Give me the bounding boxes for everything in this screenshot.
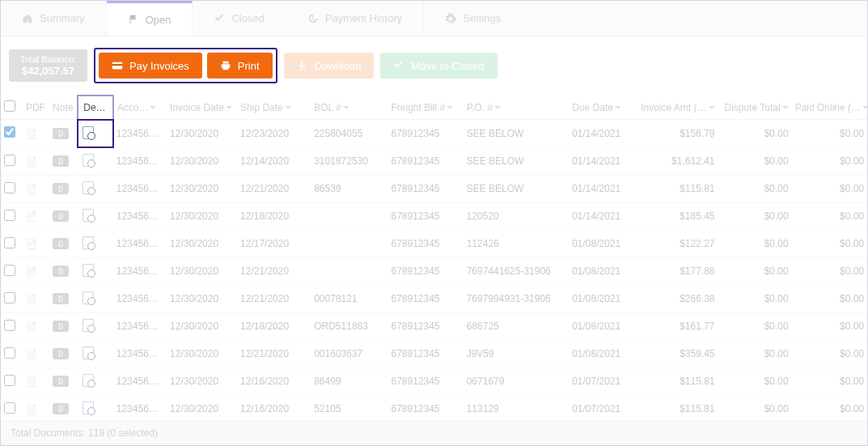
button-label: Move to Closed [411, 60, 484, 72]
row-checkbox[interactable] [4, 320, 15, 331]
cell-bol: 001603637 [311, 340, 387, 367]
cell-paid-online: $0.00 [792, 147, 867, 175]
col-invoice-date[interactable]: Invoice Date [167, 96, 237, 120]
table-row[interactable]: 📄012345678912/30/202012/14/2020310187253… [1, 147, 867, 175]
pdf-icon[interactable]: 📄 [26, 211, 37, 221]
pdf-icon[interactable]: 📄 [26, 321, 37, 331]
row-checkbox[interactable] [4, 347, 15, 359]
tab-summary[interactable]: Summary [1, 1, 107, 36]
col-details[interactable]: Details [78, 96, 113, 120]
col-paid-online[interactable]: Paid Online (… [792, 96, 867, 120]
row-checkbox[interactable] [4, 292, 15, 304]
pdf-icon[interactable]: 📄 [26, 266, 37, 276]
cell-invoice-amt: $156.79 [637, 120, 718, 148]
row-checkbox[interactable] [4, 375, 15, 386]
tab-label: Closed [231, 12, 264, 24]
tab-open[interactable]: Open [107, 1, 193, 36]
row-checkbox[interactable] [4, 402, 15, 414]
pdf-icon[interactable]: 📄 [26, 184, 37, 193]
row-checkbox[interactable] [4, 265, 15, 276]
col-ship-date[interactable]: Ship Date [237, 96, 311, 120]
table-row[interactable]: 📄012345678912/30/202012/18/2020678912345… [1, 202, 867, 230]
cell-freight-bill: 678912345 [387, 312, 463, 340]
note-badge[interactable]: 0 [53, 210, 69, 222]
cell-po: 113129 [464, 395, 569, 423]
col-due-date[interactable]: Due Date [569, 96, 637, 120]
gear-icon [445, 13, 456, 24]
row-checkbox[interactable] [4, 182, 15, 193]
row-checkbox[interactable] [4, 155, 15, 166]
details-cell[interactable] [78, 147, 113, 175]
details-icon [81, 263, 95, 278]
pdf-icon[interactable]: 📄 [26, 404, 37, 414]
details-cell[interactable] [78, 367, 113, 395]
cell-invoice-amt: $359.45 [637, 340, 718, 367]
cell-ship-date: 12/21/2020 [237, 175, 311, 202]
table-row[interactable]: 📄012345678912/30/202012/21/2020001603637… [1, 340, 867, 367]
table-row[interactable]: 📄012345678912/30/202012/18/2020ORD511863… [1, 312, 867, 340]
note-badge[interactable]: 0 [53, 238, 69, 249]
tab-payment-history[interactable]: Payment History [286, 1, 424, 36]
table-row[interactable]: 📄012345678912/30/202012/17/2020678912345… [1, 230, 867, 257]
details-cell[interactable] [78, 285, 113, 312]
col-bol[interactable]: BOL # [311, 96, 387, 120]
tab-settings[interactable]: Settings [424, 1, 523, 36]
note-badge[interactable]: 0 [53, 348, 69, 359]
details-cell[interactable] [78, 230, 113, 257]
details-cell[interactable] [78, 120, 113, 148]
details-cell[interactable] [78, 175, 113, 202]
table-row[interactable]: 📄012345678912/30/202012/23/2020225804055… [1, 120, 867, 148]
pdf-icon[interactable]: 📄 [26, 156, 37, 166]
cell-dispute-total: $0.00 [718, 395, 792, 423]
pdf-icon[interactable]: 📄 [26, 349, 37, 359]
col-select-all[interactable] [1, 96, 23, 120]
cell-ship-date: 12/21/2020 [237, 340, 311, 367]
table-row[interactable]: 📄012345678912/30/202012/21/2020678912345… [1, 257, 867, 285]
tab-closed[interactable]: Closed [193, 1, 286, 36]
table-row[interactable]: 📄012345678912/30/202012/16/2020521056789… [1, 395, 867, 423]
col-dispute-total[interactable]: Dispute Total [718, 96, 792, 120]
row-checkbox[interactable] [4, 126, 15, 138]
cell-invoice-date: 12/30/2020 [167, 312, 237, 340]
note-badge[interactable]: 0 [53, 376, 69, 387]
details-cell[interactable] [78, 202, 113, 230]
col-note[interactable]: Note [49, 96, 78, 120]
details-cell[interactable] [78, 312, 113, 340]
cell-account: 123456789 [113, 395, 167, 423]
note-badge[interactable]: 0 [53, 128, 69, 139]
table-row[interactable]: 📄012345678912/30/202012/21/2020000781216… [1, 285, 867, 312]
col-invoice-amt[interactable]: Invoice Amt (… [637, 96, 718, 120]
pdf-icon[interactable]: 📄 [26, 294, 37, 304]
note-badge[interactable]: 0 [53, 183, 69, 194]
home-icon [22, 13, 33, 24]
cell-invoice-amt: $177.86 [637, 257, 718, 285]
row-checkbox[interactable] [4, 237, 15, 248]
details-cell[interactable] [78, 257, 113, 285]
table-row[interactable]: 📄012345678912/30/202012/21/2020865396789… [1, 175, 867, 202]
cell-due-date: 01/07/2021 [569, 367, 637, 395]
tab-label: Payment History [325, 12, 402, 24]
pay-invoices-button[interactable]: Pay Invoices [99, 53, 202, 79]
details-cell[interactable] [78, 395, 113, 423]
select-all-checkbox[interactable] [4, 100, 15, 112]
col-po[interactable]: P.O. # [464, 96, 569, 120]
cell-invoice-date: 12/30/2020 [167, 395, 237, 423]
pdf-icon[interactable]: 📄 [26, 376, 37, 386]
note-badge[interactable]: 0 [53, 155, 69, 167]
note-badge[interactable]: 0 [53, 321, 69, 332]
table-row[interactable]: 📄012345678912/30/202012/16/2020864996789… [1, 367, 867, 395]
pdf-icon[interactable]: 📄 [26, 129, 37, 138]
pdf-icon[interactable]: 📄 [26, 239, 37, 248]
note-badge[interactable]: 0 [53, 403, 69, 414]
print-button[interactable]: Print [207, 53, 273, 79]
note-badge[interactable]: 0 [53, 293, 69, 304]
total-balance-value: $42,057.57 [20, 65, 76, 78]
note-badge[interactable]: 0 [53, 265, 69, 277]
details-cell[interactable] [78, 340, 113, 367]
col-freight-bill[interactable]: Freight Bill # [387, 96, 463, 120]
move-to-closed-button[interactable]: Move to Closed [380, 53, 497, 79]
col-pdf[interactable]: PDF [23, 96, 49, 120]
col-account[interactable]: Acco… [113, 96, 167, 120]
row-checkbox[interactable] [4, 210, 15, 221]
download-button[interactable]: Download [284, 53, 375, 79]
